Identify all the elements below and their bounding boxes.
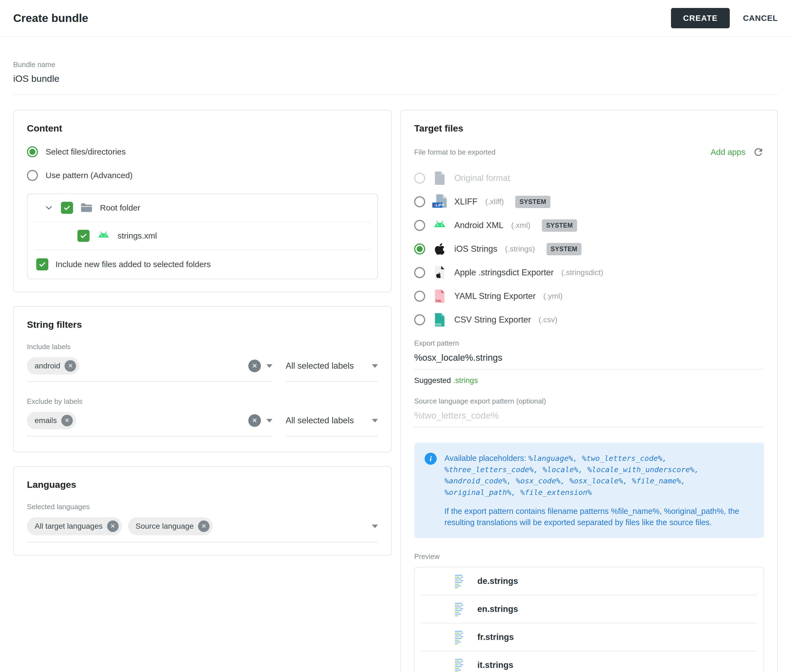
remove-chip-icon[interactable]: ✕ — [64, 360, 76, 372]
exclude-labels-mode-select[interactable]: All selected labels — [286, 412, 378, 437]
format-name: CSV String Exporter — [454, 315, 531, 325]
preview-file-name: it.strings — [477, 660, 513, 670]
preview-file-row: fr.strings — [421, 623, 757, 651]
format-name: XLIFF — [454, 197, 477, 207]
preview-label: Preview — [414, 552, 764, 561]
format-name: Original format — [454, 173, 510, 183]
radio-icon[interactable] — [27, 170, 38, 181]
format-option[interactable]: XLIFF XLIFF (.xliff) SYSTEM — [414, 195, 764, 209]
format-extension: (.yml) — [543, 292, 563, 301]
info-note: If the export pattern contains filename … — [444, 506, 754, 528]
refresh-icon[interactable] — [752, 146, 764, 158]
format-name: YAML String Exporter — [454, 291, 536, 301]
radio-icon[interactable] — [414, 314, 425, 325]
caret-down-icon[interactable] — [266, 364, 273, 368]
radio-icon[interactable] — [27, 146, 38, 157]
radio-label: Use pattern (Advanced) — [46, 171, 133, 180]
preview-file-row: it.strings — [421, 651, 757, 672]
include-labels-field[interactable]: android ✕ ✕ — [27, 357, 273, 382]
format-option[interactable]: Apple .stringsdict Exporter (.stringsdic… — [414, 266, 764, 280]
tree-row-root-folder[interactable]: Root folder — [27, 194, 377, 222]
strings-file-icon — [453, 630, 465, 644]
chip-text: emails — [35, 416, 57, 425]
remove-chip-icon[interactable]: ✕ — [107, 520, 119, 532]
radio-icon[interactable] — [414, 196, 425, 207]
strings-xml-checkbox[interactable] — [77, 230, 90, 242]
format-option[interactable]: YML YAML String Exporter (.yml) — [414, 289, 764, 303]
format-extension: (.xml) — [511, 221, 530, 230]
content-mode-radio[interactable]: Select files/directories — [27, 146, 378, 157]
radio-icon[interactable] — [414, 267, 425, 278]
format-extension: (.csv) — [539, 315, 557, 324]
format-option[interactable]: Original format — [414, 171, 764, 185]
suggested-line: Suggested .strings — [414, 376, 764, 385]
radio-icon[interactable] — [414, 291, 425, 302]
format-extension: (.xliff) — [485, 197, 504, 206]
radio-icon[interactable] — [414, 243, 425, 254]
source-pattern-label: Source language export pattern (optional… — [414, 397, 764, 405]
include-labels-mode-select[interactable]: All selected labels — [286, 357, 378, 382]
include-new-files-label: Include new files added to selected fold… — [56, 260, 211, 269]
clear-field-icon[interactable]: ✕ — [248, 414, 261, 427]
bundle-name-field[interactable]: Bundle name iOS bundle — [13, 61, 778, 95]
format-list: Original format XLIFF XLIFF (.xliff) SYS… — [414, 171, 764, 327]
exclude-labels-field[interactable]: emails ✕ ✕ — [27, 412, 273, 437]
format-icon — [432, 265, 447, 280]
format-icon — [432, 171, 447, 186]
system-badge: SYSTEM — [542, 219, 577, 232]
svg-text:XLIFF: XLIFF — [433, 203, 444, 207]
chevron-down-icon[interactable] — [44, 203, 54, 213]
format-icon: CSV — [432, 312, 447, 327]
languages-title: Languages — [27, 479, 378, 490]
string-filters-title: String filters — [27, 319, 378, 330]
export-pattern-input[interactable]: %osx_locale%.strings — [414, 352, 764, 370]
bundle-name-input[interactable]: iOS bundle — [13, 73, 778, 84]
root-folder-checkbox[interactable] — [61, 202, 73, 214]
include-new-files-row[interactable]: Include new files added to selected fold… — [27, 250, 377, 278]
chip-text: All target languages — [35, 522, 103, 531]
format-icon — [432, 218, 447, 233]
label-chip: android ✕ — [27, 357, 79, 375]
format-option[interactable]: iOS Strings (.strings) SYSTEM — [414, 242, 764, 256]
select-value: All selected labels — [286, 361, 354, 371]
radio-icon[interactable] — [414, 173, 425, 184]
format-name: Apple .stringsdict Exporter — [454, 268, 554, 278]
radio-icon[interactable] — [414, 220, 425, 231]
target-files-card: Target files File format to be exported … — [400, 110, 778, 672]
content-mode-radios: Select files/directories Use pattern (Ad… — [27, 146, 378, 181]
remove-chip-icon[interactable]: ✕ — [61, 415, 73, 426]
format-extension: (.strings) — [505, 245, 535, 253]
add-apps-link[interactable]: Add apps — [711, 147, 745, 157]
preview-file-name: fr.strings — [477, 632, 514, 642]
suggested-extension-link[interactable]: .strings — [453, 376, 478, 385]
create-button[interactable]: CREATE — [671, 8, 730, 28]
exclude-labels-group: Exclude by labels emails ✕ ✕ — [27, 397, 378, 437]
languages-field[interactable]: All target languages ✕ Source language ✕ — [27, 517, 378, 542]
cancel-button[interactable]: CANCEL — [743, 14, 778, 23]
source-pattern-input[interactable]: %two_letters_code% — [414, 410, 764, 427]
remove-chip-icon[interactable]: ✕ — [198, 520, 210, 532]
placeholders-info-box: i Available placeholders: %language%, %t… — [414, 443, 764, 538]
strings-file-icon — [453, 602, 465, 616]
content-mode-radio[interactable]: Use pattern (Advanced) — [27, 170, 378, 181]
tree-row-strings-xml[interactable]: strings.xml — [27, 222, 377, 250]
preview-file-name: de.strings — [477, 576, 518, 586]
format-option[interactable]: CSV CSV String Exporter (.csv) — [414, 313, 764, 327]
caret-down-icon[interactable] — [266, 419, 273, 422]
format-option[interactable]: Android XML (.xml) SYSTEM — [414, 218, 764, 232]
format-name: Android XML — [454, 221, 504, 230]
caret-down-icon — [372, 419, 378, 422]
format-icon: YML — [432, 289, 447, 304]
strings-xml-label: strings.xml — [117, 231, 157, 240]
clear-field-icon[interactable]: ✕ — [248, 360, 261, 372]
include-new-files-checkbox[interactable] — [36, 258, 48, 270]
caret-down-icon — [372, 364, 378, 368]
root-folder-label: Root folder — [100, 203, 140, 213]
select-value: All selected labels — [286, 416, 354, 426]
selected-languages-label: Selected languages — [27, 502, 378, 511]
page-title: Create bundle — [13, 12, 671, 25]
format-name: iOS Strings — [454, 244, 497, 254]
export-pattern-label: Export pattern — [414, 339, 764, 347]
svg-text:YML: YML — [435, 299, 442, 302]
caret-down-icon[interactable] — [372, 525, 378, 528]
